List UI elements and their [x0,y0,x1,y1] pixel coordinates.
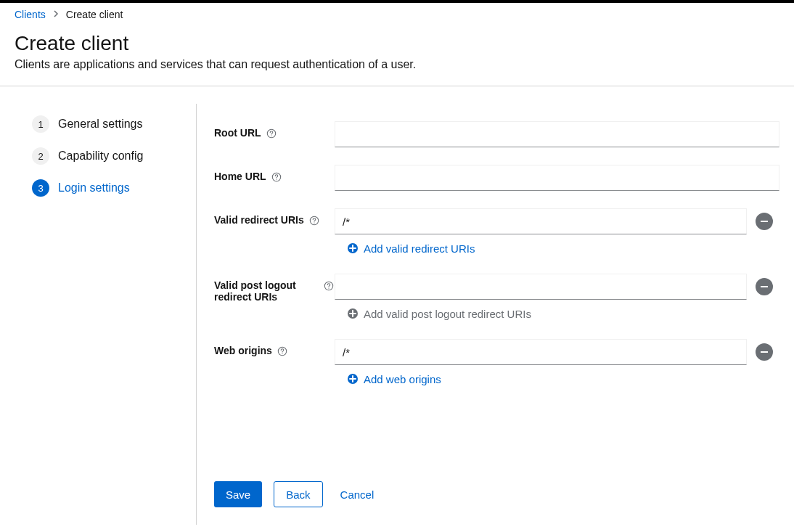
form-group-root-url: Root URL [214,121,779,147]
add-web-origins-button[interactable]: Add web origins [335,372,441,385]
form-group-valid-post-logout-redirect-uris: Valid post logout redirect URIs Add vali… [214,274,779,322]
remove-post-logout-uri-button[interactable] [756,278,773,295]
minus-icon [761,221,768,222]
step-number: 1 [32,115,49,133]
svg-point-11 [282,353,282,353]
step-number: 2 [32,147,49,165]
add-link-label: Add valid post logout redirect URIs [364,308,531,320]
chevron-right-icon [53,9,59,20]
page-header: Create client Clients are applications a… [0,26,794,86]
page-title: Create client [15,32,779,55]
valid-redirect-uris-input[interactable] [335,208,747,234]
form-group-web-origins: Web origins Add web origins [214,339,779,387]
step-label: Capability config [58,150,143,163]
svg-point-3 [276,179,277,179]
breadcrumb-current: Create client [66,9,123,20]
save-button[interactable]: Save [214,481,262,507]
main-form: Root URL Home URL Va [196,104,794,525]
help-icon[interactable] [323,280,335,292]
content: 1 General settings 2 Capability config 3… [0,86,794,525]
home-url-input[interactable] [335,165,779,191]
add-link-label: Add web origins [364,373,441,385]
web-origins-input[interactable] [335,339,747,365]
label-home-url: Home URL [214,171,266,182]
wizard-step-capability-config[interactable]: 2 Capability config [32,140,181,172]
svg-point-1 [271,135,271,136]
plus-circle-icon [346,307,359,320]
help-icon[interactable] [308,215,320,226]
label-web-origins: Web origins [214,345,272,356]
breadcrumb-link-clients[interactable]: Clients [15,9,46,20]
minus-icon [761,286,768,287]
minus-icon [761,351,768,353]
label-valid-redirect-uris: Valid redirect URIs [214,214,304,226]
remove-redirect-uri-button[interactable] [756,213,773,230]
form-group-home-url: Home URL [214,165,779,191]
help-icon[interactable] [266,128,277,139]
breadcrumb: Clients Create client [0,3,794,26]
help-icon[interactable] [271,171,282,183]
step-label: General settings [58,118,143,131]
wizard-nav: 1 General settings 2 Capability config 3… [0,104,196,525]
page-description: Clients are applications and services th… [15,58,779,71]
wizard-step-general-settings[interactable]: 1 General settings [32,108,181,140]
step-label: Login settings [58,181,130,195]
form-actions: Save Back Cancel [214,464,779,507]
cancel-button[interactable]: Cancel [335,481,380,507]
add-valid-post-logout-redirect-uris-button[interactable]: Add valid post logout redirect URIs [335,307,531,320]
add-link-label: Add valid redirect URIs [364,242,475,255]
plus-circle-icon [346,372,359,385]
valid-post-logout-redirect-uris-input[interactable] [335,274,747,300]
help-icon[interactable] [277,345,288,357]
wizard-step-login-settings[interactable]: 3 Login settings [32,172,181,204]
plus-circle-icon [346,242,359,255]
root-url-input[interactable] [335,121,779,147]
svg-point-8 [328,287,329,288]
step-number: 3 [32,179,49,197]
back-button[interactable]: Back [274,481,322,507]
label-valid-post-logout-redirect-uris: Valid post logout redirect URIs [214,279,319,303]
label-root-url: Root URL [214,127,261,139]
add-valid-redirect-uris-button[interactable]: Add valid redirect URIs [335,242,475,255]
svg-point-5 [314,222,314,223]
form-group-valid-redirect-uris: Valid redirect URIs Add valid redirect U… [214,208,779,256]
remove-web-origin-button[interactable] [756,343,773,361]
